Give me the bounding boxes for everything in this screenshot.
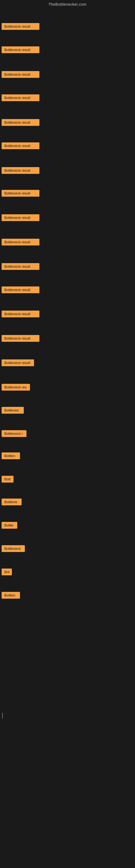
bottleneck-item-13[interactable]: Bottleneck result [2,311,39,317]
bottleneck-item-14[interactable]: Bottleneck result [2,335,39,342]
bottleneck-item-23[interactable]: Bottleneck [2,545,25,552]
bottleneck-item-18[interactable]: Bottleneck r [2,430,27,437]
bottleneck-item-12[interactable]: Bottleneck result [2,286,39,293]
bottleneck-item-25[interactable]: Bottlen [2,592,20,599]
bottleneck-item-16[interactable]: Bottleneck res [2,384,30,391]
bottleneck-item-20[interactable]: Bott [2,476,13,483]
bottleneck-item-7[interactable]: Bottleneck result [2,167,39,174]
bottleneck-item-11[interactable]: Bottleneck result [2,263,39,270]
bottleneck-item-3[interactable]: Bottleneck result [2,71,39,78]
bottleneck-item-24[interactable]: Bot [2,568,12,575]
bottleneck-item-8[interactable]: Bottleneck result [2,190,39,197]
bottleneck-item-19[interactable]: Bottlen [2,453,20,459]
bottleneck-item-5[interactable]: Bottleneck result [2,119,39,126]
bottleneck-item-22[interactable]: Bottle [2,522,17,529]
site-title: TheBottlenecker.com [0,0,135,8]
bottleneck-item-6[interactable]: Bottleneck result [2,143,39,149]
bottleneck-item-9[interactable]: Bottleneck result [2,214,39,221]
bottleneck-item-1[interactable]: Bottleneck result [2,23,39,30]
bottleneck-item-21[interactable]: Bottlene [2,499,21,505]
bottleneck-item-10[interactable]: Bottleneck result [2,239,39,246]
cursor-line [2,713,3,718]
bottleneck-item-4[interactable]: Bottleneck result [2,94,39,101]
bottleneck-item-17[interactable]: Bottlenec [2,407,24,414]
bottleneck-item-2[interactable]: Bottleneck result [2,46,39,53]
bottleneck-item-15[interactable]: Bottleneck result [2,360,34,366]
